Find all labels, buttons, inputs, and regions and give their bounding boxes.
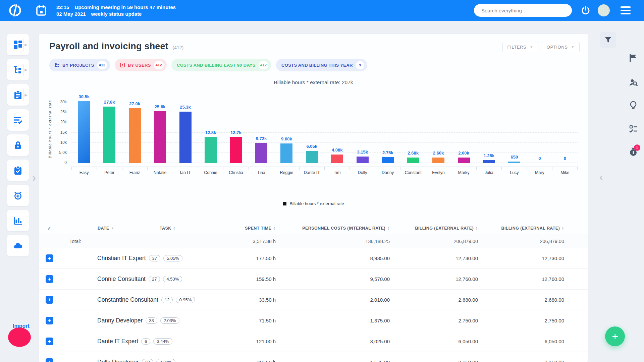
sidebar-item-reports[interactable]	[7, 210, 29, 231]
table-body: +Christian IT Expert375.05%177.50 h8,935…	[39, 248, 588, 362]
flyout-arrow-icon[interactable]: ▶	[23, 64, 28, 76]
table-row[interactable]: +Dolly Developer203.20%112.50 h1,575.003…	[39, 352, 588, 362]
bar-Dolly[interactable]	[357, 157, 369, 163]
user-avatar[interactable]	[598, 4, 610, 16]
cell-personnel-costs: 9,570.00	[276, 276, 390, 282]
bar-value-label: 30.5k	[71, 94, 97, 99]
expand-row-button[interactable]: +	[46, 358, 53, 362]
select-all-icon[interactable]: ✓	[39, 225, 59, 231]
column-header-billing-external-2[interactable]: BILLING (EXTERNAL RATE) ▲▼	[478, 226, 564, 231]
x-axis-tick	[274, 167, 299, 170]
bar-Evelyn[interactable]	[432, 158, 444, 163]
filters-button[interactable]: FILTERS ▼	[502, 42, 538, 52]
bar-slot: 30.5k	[71, 91, 97, 163]
x-axis-tick	[477, 167, 502, 170]
checklist-icon[interactable]	[629, 124, 638, 134]
calendar-icon[interactable]	[36, 5, 46, 16]
bar-value-label: 1.28k	[476, 153, 501, 158]
dashboard-icon	[13, 40, 22, 49]
y-tick-label: 25k	[47, 110, 67, 114]
column-header-label: SPENT TIME	[245, 226, 271, 231]
bar-Tim[interactable]	[331, 155, 343, 163]
cell-spent-time: 71.50 h	[215, 318, 276, 323]
sidebar-item-approvals[interactable]	[7, 160, 29, 181]
tab-costs-billing-90-days[interactable]: COSTS AND BILLING LAST 90 DAYS 412	[171, 59, 271, 71]
sidebar-item-dashboard[interactable]: ▶	[7, 34, 29, 55]
bar-Julia[interactable]	[483, 160, 495, 163]
cell-spent-time: 121.00 h	[215, 339, 276, 344]
user-search-icon[interactable]	[629, 78, 638, 87]
column-header-personnel-costs[interactable]: PERSONNEL COSTS (INTERNAL RATE) ▲▼	[276, 226, 390, 231]
bar-Lucy[interactable]	[508, 162, 520, 163]
tab-costs-billing-this-year[interactable]: COSTS AND BILLING THIS YEAR 9	[276, 59, 367, 71]
sidebar-item-projects[interactable]: ▶	[7, 59, 29, 80]
table-row[interactable]: +Dante IT Expert63.44%121.00 h3,025.006,…	[39, 331, 588, 352]
bar-Dante IT[interactable]	[306, 151, 318, 163]
bar-Tina[interactable]	[255, 143, 267, 163]
table-row[interactable]: +Christian IT Expert375.05%177.50 h8,935…	[39, 248, 588, 269]
sidebar-item-timer[interactable]	[7, 185, 29, 206]
panel-collapse-chevron-icon[interactable]: ‹	[599, 170, 603, 183]
x-category-label: Dante IT	[299, 170, 324, 175]
flag-icon[interactable]	[629, 53, 638, 63]
sidebar-expand-chevron-icon[interactable]: ›	[32, 171, 36, 184]
expand-row-button[interactable]: +	[46, 338, 53, 345]
x-axis-tick	[223, 167, 249, 170]
tab-by-users[interactable]: BY USERS 412	[115, 59, 167, 71]
bar-Connie[interactable]	[205, 137, 217, 163]
expand-row-button[interactable]: +	[46, 317, 53, 324]
lightbulb-icon[interactable]	[629, 101, 638, 110]
bar-Ian IT[interactable]	[179, 112, 192, 163]
y-tick-label: 20k	[47, 120, 67, 124]
options-button[interactable]: OPTIONS ▼	[542, 42, 580, 52]
tab-by-projects[interactable]: BY PROJECTS 412	[49, 59, 110, 71]
sidebar-item-timesheet[interactable]: ▶	[7, 84, 29, 106]
y-tick-label: 10k	[47, 140, 67, 145]
power-icon[interactable]	[581, 6, 590, 15]
page-title: Payroll and invoicing sheet	[49, 41, 168, 51]
column-header-task[interactable]: TASK ▲▼	[160, 226, 176, 231]
bar-slot: 650	[502, 91, 527, 163]
table-row[interactable]: +Constantine Consultant120.95%33.50 h2,0…	[39, 290, 588, 310]
bar-slot: 27.8k	[97, 91, 122, 163]
bar-Constant[interactable]	[407, 158, 419, 163]
bar-slot: 25.3k	[173, 91, 198, 163]
sort-arrows-icon: ▲▼	[273, 227, 276, 230]
cell-billing-external-2: 6,050.00	[478, 339, 564, 344]
filter-funnel-icon[interactable]	[600, 32, 616, 48]
bar-Franz[interactable]	[129, 108, 141, 163]
bar-value-label: 25.3k	[173, 105, 198, 110]
app-logo-icon[interactable]	[8, 3, 22, 17]
bar-Marky[interactable]	[458, 158, 470, 163]
bar-Christia[interactable]	[230, 137, 242, 163]
flyout-arrow-icon[interactable]: ▶	[23, 39, 28, 51]
bar-slot: 2.68k	[400, 91, 426, 163]
column-header-date[interactable]: DATE ▼	[98, 226, 114, 231]
cell-personnel-costs: 1,575.00	[276, 359, 390, 362]
sidebar-item-tasks[interactable]	[7, 109, 29, 131]
table-row[interactable]: +Connie Consultant274.53%159.50 h9,570.0…	[39, 269, 588, 290]
column-header-billing-external[interactable]: BILLING (EXTERNAL RATE) ▲▼	[390, 226, 478, 231]
expand-row-button[interactable]: +	[46, 275, 53, 283]
add-entry-fab[interactable]: +	[605, 326, 625, 346]
bar-value-label: 12.7k	[223, 130, 249, 135]
bar-Easy[interactable]	[78, 101, 90, 163]
expand-row-button[interactable]: +	[46, 296, 53, 304]
bar-Reggie[interactable]	[280, 143, 292, 163]
x-axis-tick	[375, 167, 400, 170]
expand-row-button[interactable]: +	[46, 254, 53, 262]
search-input[interactable]	[474, 4, 572, 17]
bar-Natalie[interactable]	[154, 111, 166, 163]
sidebar-item-cloud[interactable]	[7, 235, 29, 256]
bar-value-label: 2.60k	[426, 150, 451, 156]
column-header-spent-time[interactable]: SPENT TIME ▲▼	[215, 226, 276, 231]
bar-Peter[interactable]	[103, 107, 115, 163]
onboarding-beacon[interactable]	[8, 327, 31, 347]
timer-icon[interactable]: 1	[629, 147, 638, 157]
menu-icon[interactable]	[621, 6, 631, 14]
table-row[interactable]: +Danny Developer332.03%71.50 h1,375.002,…	[39, 310, 588, 331]
bar-Danny[interactable]	[382, 157, 394, 163]
flyout-arrow-icon[interactable]: ▶	[23, 89, 28, 101]
sidebar-item-private[interactable]	[7, 134, 29, 156]
title-row: Payroll and invoicing sheet (412) FILTER…	[49, 41, 580, 55]
